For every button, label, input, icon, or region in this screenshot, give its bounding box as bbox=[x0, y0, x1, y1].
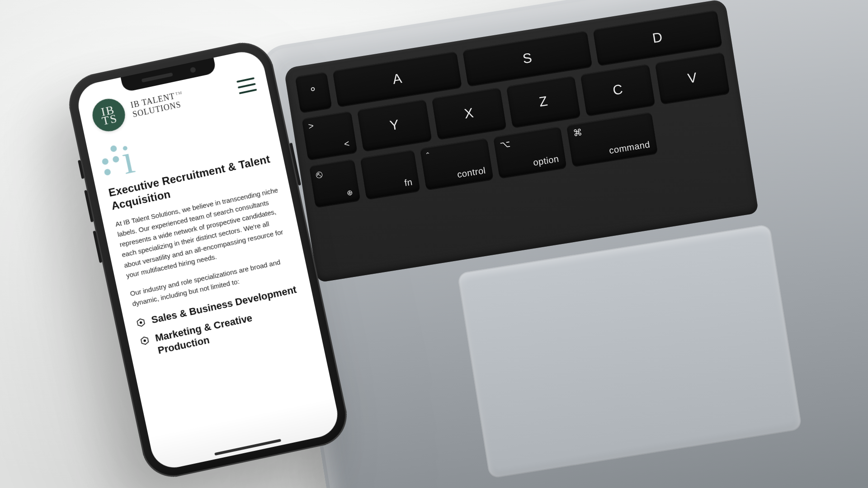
key-a[interactable]: A bbox=[333, 51, 462, 106]
key-escape[interactable]: ⎋ ⊕ bbox=[309, 159, 360, 207]
key-d[interactable]: D bbox=[593, 10, 722, 65]
phone-speaker bbox=[142, 72, 173, 82]
brand[interactable]: IB TS IB TALENTTM SOLUTIONS bbox=[90, 83, 187, 134]
laptop-keyboard: ° A S D >< Y X Z C V ⎋ bbox=[283, 0, 759, 283]
key-z[interactable]: Z bbox=[506, 75, 580, 127]
hamburger-icon bbox=[236, 77, 255, 83]
laptop-body: ° A S D >< Y X Z C V ⎋ bbox=[257, 0, 868, 488]
key-command[interactable]: ⌘ command bbox=[566, 112, 658, 167]
key-degree[interactable]: ° bbox=[295, 72, 332, 113]
key-v[interactable]: V bbox=[655, 52, 730, 104]
svg-point-1 bbox=[144, 340, 146, 342]
desk-scene: ° A S D >< Y X Z C V ⎋ bbox=[0, 0, 868, 488]
menu-button[interactable] bbox=[236, 77, 257, 94]
brand-logo: IB TS bbox=[90, 96, 128, 134]
brand-name: IB TALENTTM SOLUTIONS bbox=[130, 90, 185, 119]
key-angle[interactable]: >< bbox=[302, 111, 357, 160]
key-x[interactable]: X bbox=[432, 87, 506, 139]
laptop-trackpad[interactable] bbox=[457, 224, 802, 479]
hexagon-icon bbox=[139, 335, 150, 346]
key-row-mods: ⎋ ⊕ fn ˆ control ⌥ option ⌘ command bbox=[309, 99, 737, 207]
trademark-symbol: TM bbox=[175, 90, 183, 96]
svg-point-0 bbox=[140, 321, 142, 323]
hexagon-icon bbox=[136, 317, 146, 328]
key-s[interactable]: S bbox=[462, 31, 592, 86]
key-row-top: ° A S D bbox=[295, 10, 722, 113]
key-y[interactable]: Y bbox=[357, 99, 432, 151]
key-option[interactable]: ⌥ option bbox=[493, 127, 567, 178]
key-fn[interactable]: fn bbox=[360, 150, 420, 199]
dots-icon bbox=[99, 145, 122, 178]
key-row-mid: >< Y X Z C V bbox=[302, 52, 730, 160]
key-control[interactable]: ˆ control bbox=[420, 138, 494, 189]
laptop: ° A S D >< Y X Z C V ⎋ bbox=[257, 0, 868, 488]
key-c[interactable]: C bbox=[580, 64, 655, 116]
phone-front-camera bbox=[190, 67, 196, 73]
brand-logo-text-bottom: TS bbox=[101, 113, 118, 127]
